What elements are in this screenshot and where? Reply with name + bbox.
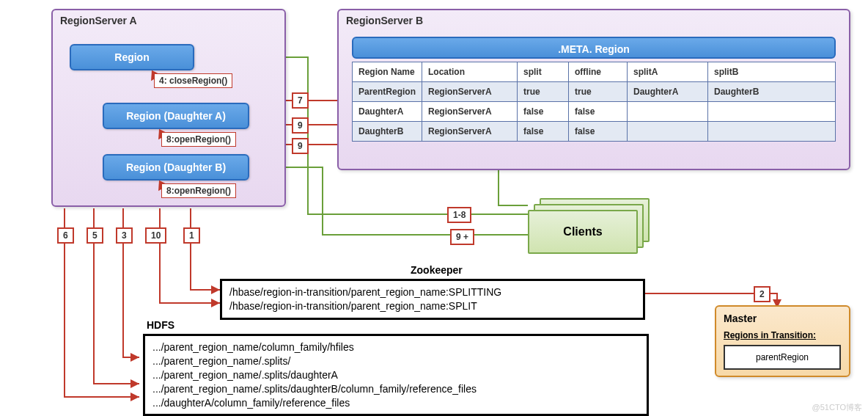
meta-th: split [518,62,569,82]
meta-td [708,102,836,122]
hdfs-line: .../parent_region_name/column_family/hfi… [152,340,639,354]
meta-td: DaughterA [628,82,708,102]
meta-header-row: Region Name Location split offline split… [353,62,836,82]
step-3: 3 [116,227,133,244]
region-daughter-b-box: Region (Daughter B) [103,154,249,180]
meta-td: true [569,82,628,102]
region-daughter-a-box: Region (Daughter A) [103,103,249,129]
meta-td [708,122,836,142]
hdfs-line: .../daughterA/column_family/reference_fi… [152,396,639,410]
regionserver-b-title: RegionServer B [339,10,849,31]
master-box: Master Regions in Transition: parentRegi… [715,305,850,377]
meta-th: splitA [628,62,708,82]
meta-table: Region Name Location split offline split… [352,62,836,142]
step-9b: 9 [292,138,309,154]
meta-td: DaughterA [353,102,422,122]
meta-td [628,122,708,142]
meta-td: RegionServerA [422,82,518,102]
clients-card-front: Clients [528,210,638,254]
step-9a: 9 [292,117,309,134]
region-parent-box: Region [70,44,194,70]
meta-td: DaughterB [353,122,422,142]
meta-td [628,102,708,122]
meta-th: Region Name [353,62,422,82]
step-5: 5 [87,227,103,244]
hdfs-title: HDFS [147,319,174,331]
meta-th: offline [569,62,628,82]
rit-table: parentRegion [724,345,841,370]
regionserver-a-title: RegionServer A [53,10,284,31]
table-row: ParentRegion RegionServerA true true Dau… [353,82,836,102]
table-row: DaughterB RegionServerA false false [353,122,836,142]
callout-open-region-b: 8:openRegion() [161,183,236,198]
callout-open-region-a: 8:openRegion() [161,132,236,147]
hdfs-box: .../parent_region_name/column_family/hfi… [143,334,649,416]
zookeeper-line: /hbase/region-in-transition/parent_regio… [229,285,636,299]
table-row: DaughterA RegionServerA false false [353,102,836,122]
meta-td: false [569,122,628,142]
meta-td: false [569,102,628,122]
master-title: Master [724,313,842,324]
clients-box: Clients [528,198,652,257]
step-7: 7 [292,92,309,109]
step-9plus: 9 + [450,229,474,245]
meta-td: false [518,102,569,122]
watermark: @51CTO博客 [812,402,862,413]
meta-td: false [518,122,569,142]
meta-th: Location [422,62,518,82]
meta-region-title: .META. Region [352,37,836,59]
callout-close-region: 4: closeRegion() [154,73,232,88]
step-1-8: 1-8 [447,207,471,223]
meta-td: DaughterB [708,82,836,102]
meta-td: RegionServerA [422,102,518,122]
zookeeper-box: /hbase/region-in-transition/parent_regio… [220,279,645,320]
step-6: 6 [57,227,74,244]
hdfs-line: .../parent_region_name/.splits/daughterA [152,368,639,382]
meta-th: splitB [708,62,836,82]
step-10: 10 [145,227,166,244]
zookeeper-title: Zookeeper [411,264,463,276]
zookeeper-line: /hbase/region-in-transition/parent_regio… [229,299,636,313]
meta-td: ParentRegion [353,82,422,102]
clients-label: Clients [563,225,602,238]
step-2: 2 [754,286,770,302]
hdfs-line: .../parent_region_name/.splits/daughterB… [152,382,639,396]
hdfs-line: .../parent_region_name/.splits/ [152,354,639,368]
rit-label: Regions in Transition: [724,330,842,340]
rit-cell: parentRegion [724,346,840,369]
step-1: 1 [183,227,200,244]
meta-td: true [518,82,569,102]
meta-td: RegionServerA [422,122,518,142]
